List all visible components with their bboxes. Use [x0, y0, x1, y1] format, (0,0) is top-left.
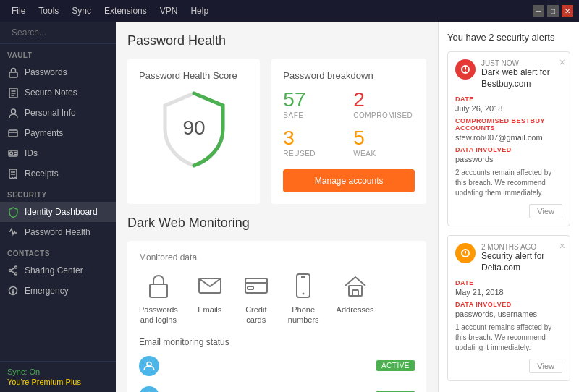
receipt-icon: [7, 168, 19, 179]
breakdown-grid: 57 SAFE 2 COMPROMISED 3 REUSED 5 WEAK: [283, 90, 415, 158]
alert-icon-1: [455, 59, 476, 80]
sidebar-item-password-health[interactable]: Password Health: [0, 222, 116, 242]
sidebar-item-personal-info[interactable]: Personal Info: [0, 103, 116, 123]
score-card-label: Password Health Score: [139, 70, 248, 81]
alert-desc-2: 1 account remains affected by this breac…: [455, 323, 562, 353]
payments-label: Payments: [25, 128, 63, 138]
shield-svg: 90: [161, 90, 227, 169]
svg-point-11: [10, 152, 13, 155]
sidebar-item-ids[interactable]: IDs: [0, 143, 116, 163]
svg-rect-25: [150, 284, 167, 297]
sidebar-item-receipts[interactable]: Receipts: [0, 163, 116, 184]
secure-notes-label: Secure Notes: [25, 88, 77, 98]
alerts-title: You have 2 security alerts: [447, 32, 570, 43]
app-container: VAULT Passwords Secure Notes Personal In…: [0, 22, 579, 392]
menu-sync[interactable]: Sync: [66, 4, 97, 17]
password-health-row: Password Health Score 90 Password breakd…: [127, 59, 426, 204]
alert-field-label-accounts-1: COMPROMISED BESTBUY ACCOUNTS: [455, 117, 562, 132]
weak-num: 5: [353, 128, 415, 148]
svg-rect-29: [248, 286, 253, 289]
svg-rect-34: [352, 290, 358, 296]
alert-close-2[interactable]: ×: [559, 240, 565, 252]
reused-num: 3: [283, 128, 345, 148]
mon-passwords-label: Passwordsand logins: [139, 304, 178, 325]
view-btn-2: View: [455, 359, 562, 373]
note-icon: [7, 87, 19, 98]
sync-status: Sync: On: [7, 367, 109, 376]
sidebar-item-emergency[interactable]: Emergency: [0, 281, 116, 301]
sidebar-bottom: Sync: On You're Premium Plus: [0, 361, 116, 392]
dark-web-monitoring-card: Monitored data Passwordsand logins: [127, 241, 426, 392]
sidebar-item-payments[interactable]: Payments: [0, 123, 116, 143]
menu-extensions[interactable]: Extensions: [98, 4, 153, 17]
alert-info-1: JUST NOW Dark web alert for Bestbuy.com: [481, 59, 562, 90]
mon-creditcard-icon: [242, 271, 271, 300]
compromised-sub: COMPROMISED: [353, 111, 415, 119]
share-icon: [7, 265, 19, 276]
minimize-button[interactable]: ─: [533, 5, 544, 17]
svg-point-18: [9, 270, 12, 272]
svg-point-32: [303, 293, 305, 295]
menu-file[interactable]: File: [6, 4, 31, 17]
mon-phone-icon: [289, 271, 318, 300]
ids-label: IDs: [25, 148, 38, 158]
maximize-button[interactable]: □: [547, 5, 559, 17]
weak-sub: WEAK: [353, 150, 415, 158]
alert-desc-1: 2 accounts remain affected by this breac…: [455, 168, 562, 198]
lock-icon: [7, 67, 19, 78]
sidebar-item-passwords[interactable]: Passwords: [0, 62, 116, 82]
menu-help[interactable]: Help: [185, 4, 214, 17]
alert-time-2: 2 MONTHS AGO: [481, 243, 562, 251]
svg-point-17: [15, 273, 17, 275]
email-status-label: Email monitoring status: [139, 337, 415, 347]
alert-close-1[interactable]: ×: [559, 56, 565, 68]
menu-tools[interactable]: Tools: [33, 4, 64, 17]
menu-vpn[interactable]: VPN: [154, 4, 184, 17]
receipts-label: Receipts: [25, 169, 59, 179]
sidebar-item-sharing-center[interactable]: Sharing Center: [0, 260, 116, 281]
breakdown-card-label: Password breakdown: [283, 70, 415, 81]
mon-passwords: Passwordsand logins: [139, 271, 178, 325]
view-button-1[interactable]: View: [529, 204, 562, 218]
alert-name-1: Dark web alert for Bestbuy.com: [481, 67, 562, 90]
breakdown-weak: 5 WEAK: [353, 128, 415, 158]
vault-section-label: VAULT: [0, 44, 116, 62]
active-badge-1: ACTIVE: [376, 360, 415, 371]
right-panel: You have 2 security alerts × JUST NOW Da…: [438, 22, 579, 392]
main-content: Password Health Password Health Score 90: [116, 22, 438, 392]
svg-point-16: [15, 266, 17, 268]
alert-field-label-date-2: DATE: [455, 279, 562, 286]
svg-text:90: 90: [182, 116, 205, 139]
monitored-label: Monitored data: [139, 252, 415, 263]
view-btn-1: View: [455, 204, 562, 218]
mon-emails-label: Emails: [198, 304, 221, 315]
svg-point-7: [11, 109, 15, 114]
manage-accounts-button[interactable]: Manage accounts: [283, 169, 415, 192]
identity-dashboard-label: Identity Dashboard: [25, 207, 98, 217]
sidebar: VAULT Passwords Secure Notes Personal In…: [0, 22, 116, 392]
mon-mail-icon: [195, 271, 224, 300]
shield-container: 90: [139, 90, 248, 169]
email-row-2: ACTIVE: [139, 383, 415, 392]
reused-sub: REUSED: [283, 150, 345, 158]
breakdown-compromised: 2 COMPROMISED: [353, 90, 415, 119]
alert-field-value-accounts-1: stew.rob007@gmail.com: [455, 133, 562, 142]
svg-rect-2: [9, 72, 17, 77]
mon-phone: Phonenumbers: [288, 271, 319, 325]
window-controls: ─ □ ✕: [533, 5, 573, 17]
passwords-label: Passwords: [25, 67, 67, 77]
svg-rect-8: [9, 130, 17, 137]
svg-point-23: [12, 292, 13, 293]
search-input[interactable]: [12, 27, 116, 38]
alert-name-2: Security alert for Delta.com: [481, 251, 562, 273]
view-button-2[interactable]: View: [529, 359, 562, 373]
close-button[interactable]: ✕: [562, 5, 573, 17]
card-icon: [7, 127, 19, 139]
email-row-1: ACTIVE: [139, 353, 415, 379]
sidebar-item-identity-dashboard[interactable]: Identity Dashboard: [0, 202, 116, 222]
search-box[interactable]: [0, 22, 116, 44]
alert-field-value-date-1: July 26, 2018: [455, 104, 562, 113]
alert-header-1: JUST NOW Dark web alert for Bestbuy.com: [455, 59, 562, 90]
sidebar-item-secure-notes[interactable]: Secure Notes: [0, 82, 116, 103]
mon-addresses: Addresses: [337, 271, 374, 325]
